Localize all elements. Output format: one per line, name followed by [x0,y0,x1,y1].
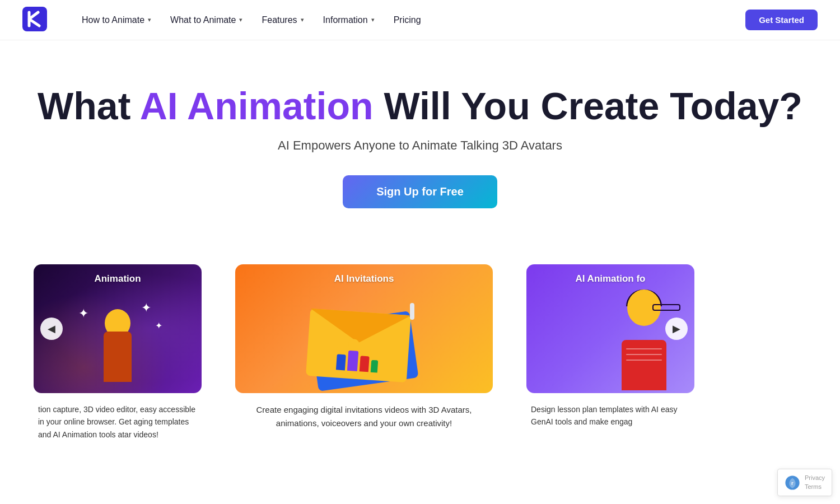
nav-item-what-to-animate[interactable]: What to Animate ▾ [162,11,250,30]
family-person [347,339,360,371]
card-education-image: AI Animation fo ▶ [526,264,694,393]
card-invitations-label: AI Invitations [334,273,394,284]
chevron-down-icon: ▾ [301,16,304,24]
get-started-button[interactable]: Get Started [745,10,818,30]
sparkle-icon: ✦ [78,306,88,321]
card-invitations-image: AI Invitations [235,264,493,393]
chevron-down-icon: ▾ [148,16,151,24]
signup-cta-button[interactable]: Sign Up for Free [343,175,497,208]
card-animation-image: Animation ◀ ✦ ✦ ✦ [34,264,202,393]
family-group [335,338,380,372]
hero-title: What AI Animation Will You Create Today? [22,85,818,127]
avatar-body [622,340,666,390]
nav-links: How to Animate ▾ What to Animate ▾ Featu… [74,11,745,30]
card-education-text: Design lesson plan templates with AI eas… [526,393,694,428]
card-next-button[interactable]: ▶ [665,318,688,340]
card-animation-label: Animation [94,273,141,284]
card-education: AI Animation fo ▶ [526,264,694,428]
card-invitations: AI Invitations [235,264,493,430]
invitations-illustration [235,287,493,393]
cards-track: Animation ◀ ✦ ✦ ✦ tion capture, 3D video… [0,264,840,441]
cards-section: Animation ◀ ✦ ✦ ✦ tion capture, 3D video… [0,242,840,474]
card-invitations-text: Create engaging digital invitations vide… [235,393,493,430]
nav-item-pricing[interactable]: Pricing [386,11,429,30]
family-person [359,345,371,372]
avatar-head [627,290,661,326]
hero-subtitle: AI Empowers Anyone to Animate Talking 3D… [22,138,818,153]
svg-rect-0 [22,7,47,31]
chevron-down-icon: ▾ [239,16,242,24]
sparkle-icon: ✦ [141,301,151,315]
education-avatar [605,290,683,390]
nav-item-information[interactable]: Information ▾ [315,11,382,30]
recaptcha-badge: r PrivacyTerms [777,469,832,496]
family-person [370,351,380,372]
nav-item-features[interactable]: Features ▾ [254,11,311,30]
chevron-down-icon: ▾ [371,16,375,24]
hero-section: What AI Animation Will You Create Today?… [0,40,840,242]
envelope-front [306,309,411,382]
sparkle-icon: ✦ [155,320,162,331]
navbar: How to Animate ▾ What to Animate ▾ Featu… [0,0,840,40]
envelope-pin [410,303,414,320]
card-animation: Animation ◀ ✦ ✦ ✦ tion capture, 3D video… [34,264,202,441]
card-education-label: AI Animation fo [576,273,646,284]
avatar-glasses [652,304,680,311]
education-illustration [605,287,683,393]
family-person [335,343,347,370]
svg-text:r: r [791,480,794,486]
card-animation-text: tion capture, 3D video editor, easy acce… [34,393,202,441]
recaptcha-text: PrivacyTerms [805,474,825,491]
recaptcha-icon: r [785,475,800,491]
nav-item-how-to-animate[interactable]: How to Animate ▾ [74,11,159,30]
card-prev-button[interactable]: ◀ [40,318,63,340]
logo[interactable] [22,7,47,34]
card-animation-illustration: ✦ ✦ ✦ [90,304,146,382]
